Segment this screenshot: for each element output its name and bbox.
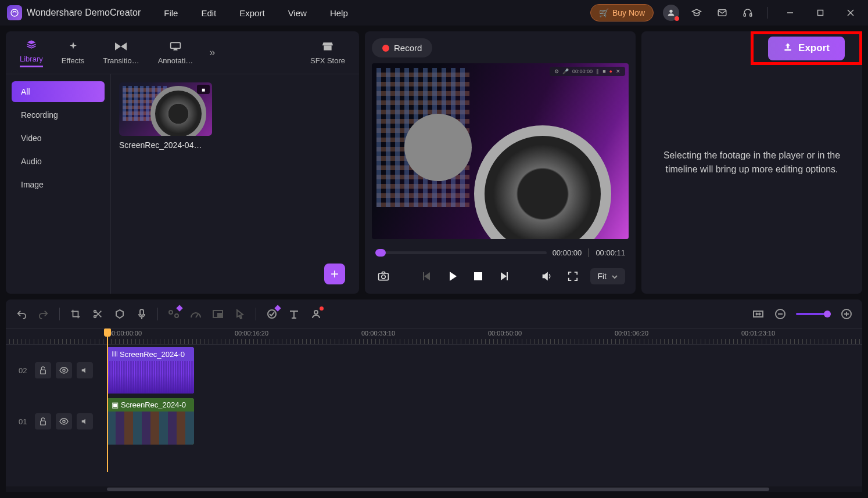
undo-button[interactable] [15,308,28,320]
menu-view[interactable]: View [288,8,307,18]
zoom-in-button[interactable] [840,308,853,320]
speed-button[interactable] [189,308,202,320]
svg-rect-34 [41,421,46,425]
tab-library[interactable]: Library [10,34,52,72]
app-logo [7,5,22,20]
transitions-icon [114,40,127,53]
audio-clip-name: ScreenRec_2024-0 [120,350,185,359]
add-media-button[interactable]: + [324,264,345,284]
window-maximize-button[interactable] [810,5,831,21]
track-mute-button[interactable] [77,413,93,430]
record-button[interactable]: Record [372,38,432,57]
timeline-ruler[interactable]: 00:00:00:00 00:00:16:20 00:00:33:10 00:0… [6,329,862,345]
buy-now-label: Buy Now [612,8,645,17]
menu-help[interactable]: Help [330,8,348,18]
zoom-fit-select[interactable]: Fit [590,268,625,284]
waveform-icon: ⦀⦀ [112,349,117,359]
annotations-icon [169,40,182,53]
scrollbar-thumb[interactable] [107,488,769,491]
media-clip[interactable]: ■ ScreenRec_2024-04… [119,82,212,150]
track-lock-button[interactable] [35,413,51,430]
playback-progress[interactable] [375,251,547,254]
tab-effects[interactable]: Effects [52,35,94,70]
track-visibility-button[interactable] [56,362,72,378]
category-recording[interactable]: Recording [12,104,105,125]
fit-timeline-button[interactable] [752,308,765,320]
playhead[interactable] [107,329,108,472]
svg-point-35 [63,420,65,423]
timeline-scrollbar[interactable] [6,486,862,492]
svg-rect-14 [474,272,482,280]
progress-thumb[interactable] [375,249,386,257]
tabs-more-button[interactable]: » [202,42,222,63]
window-close-button[interactable] [840,5,861,21]
track-row: 02 C ⦀⦀ScreenRec_2024-0 [6,345,862,396]
denoise-button[interactable] [266,308,278,320]
divider [767,7,768,19]
window-minimize-button[interactable] [780,5,801,21]
chevron-down-icon [611,272,618,281]
audio-clip[interactable]: C ⦀⦀ScreenRec_2024-0 [107,347,194,394]
fullscreen-button[interactable] [565,268,581,284]
menu-file[interactable]: File [164,8,178,18]
effects-icon [67,40,80,53]
svg-point-25 [314,311,318,314]
category-all[interactable]: All [12,81,105,102]
voiceover-button[interactable] [135,308,148,320]
svg-point-12 [382,275,386,279]
graduation-icon[interactable] [688,5,705,21]
mail-icon[interactable] [714,5,730,21]
play-button[interactable] [444,268,461,284]
zoom-slider[interactable] [796,313,831,315]
svg-rect-6 [818,10,823,16]
redo-button[interactable] [37,308,50,320]
avatar-button[interactable] [310,308,322,320]
track-mute-button[interactable] [77,362,93,378]
menu-edit[interactable]: Edit [201,8,216,18]
tab-transitions[interactable]: Transitio… [94,35,148,70]
category-image[interactable]: Image [12,174,105,195]
svg-rect-4 [750,14,752,17]
next-frame-button[interactable] [496,268,512,284]
ruler-label: 00:01:06:20 [615,330,648,337]
ruler-label: 00:01:23:10 [741,330,775,337]
clip-name: ScreenRec_2024-04… [119,140,212,150]
svg-point-20 [169,311,173,314]
track-lock-button[interactable] [35,362,51,378]
tab-annotations[interactable]: Annotati… [149,35,203,70]
volume-button[interactable] [539,268,555,284]
crop-button[interactable] [69,308,82,320]
stop-button[interactable] [470,268,486,284]
ruler-label: 00:00:16:20 [235,330,268,337]
video-clip[interactable]: ▣ScreenRec_2024-0 [107,398,194,445]
zoom-out-button[interactable] [774,308,787,320]
tab-transitions-label: Transitio… [103,56,139,65]
text-button[interactable] [288,308,300,320]
ruler-label: 00:00:33:10 [361,330,395,337]
video-clip-name: ScreenRec_2024-0 [121,400,186,409]
snapshot-button[interactable] [375,268,392,284]
cursor-button[interactable] [234,308,246,320]
prev-frame-button[interactable] [419,268,435,284]
marker-button[interactable] [113,308,126,320]
preview-viewport[interactable]: ⚙🎤00:00:00‖■●✕ [372,63,629,239]
export-button[interactable]: Export [768,37,845,60]
group-button[interactable] [167,308,180,320]
user-avatar-button[interactable] [663,5,679,21]
category-video[interactable]: Video [12,128,105,149]
recording-hud: ⚙🎤00:00:00‖■●✕ [550,67,625,76]
tab-effects-label: Effects [62,56,85,65]
headset-icon[interactable] [740,5,756,21]
category-audio[interactable]: Audio [12,151,105,172]
video-clip-thumbnails [107,412,194,445]
split-button[interactable] [91,308,104,320]
buy-now-button[interactable]: 🛒 Buy Now [590,4,654,21]
pip-button[interactable] [211,308,224,320]
ruler-label: 00:00:50:00 [488,330,522,337]
tab-sfx-store[interactable]: SFX Store [301,35,354,70]
menu-export[interactable]: Export [239,8,264,18]
track-visibility-button[interactable] [56,413,72,430]
clip-thumbnail: ■ [119,82,212,136]
cart-icon: 🛒 [599,8,609,17]
svg-rect-16 [784,49,791,50]
